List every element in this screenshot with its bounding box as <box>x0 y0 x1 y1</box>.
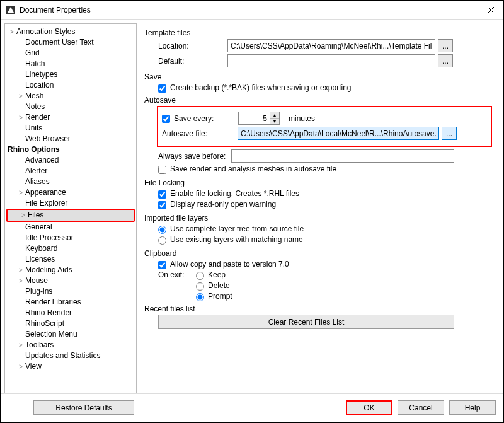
tree-label: Mesh <box>25 91 43 101</box>
category-tree[interactable]: >Annotation StylesDocument User TextGrid… <box>4 23 137 393</box>
title-bar: Document Properties <box>1 1 503 20</box>
allow-copy-label: Allow copy and paste to version 7.0 <box>170 260 289 269</box>
tree-label: General <box>25 222 52 233</box>
caret-icon: > <box>16 187 25 198</box>
caret-icon: > <box>16 340 25 351</box>
save-render-checkbox[interactable] <box>158 166 166 174</box>
tree-item-alerter[interactable]: Alerter <box>5 166 136 177</box>
minutes-label: minutes <box>289 114 315 123</box>
use-existing-radio[interactable] <box>158 236 166 245</box>
tree-item-modeling-aids[interactable]: >Modeling Aids <box>5 265 136 275</box>
keep-radio[interactable] <box>196 272 204 280</box>
caret-icon: > <box>8 26 16 37</box>
default-label: Default: <box>158 57 227 66</box>
cancel-button[interactable]: Cancel <box>398 400 444 415</box>
tree-item-appearance[interactable]: >Appearance <box>5 187 136 198</box>
app-icon <box>6 5 16 15</box>
tree-label: Files <box>28 210 43 221</box>
tree-item-licenses[interactable]: Licenses <box>5 254 136 265</box>
content-panel: Template files Location: ... Default: ..… <box>137 23 500 393</box>
delete-label: Delete <box>208 281 230 290</box>
location-browse-button[interactable]: ... <box>438 39 453 52</box>
tree-label: View <box>25 361 42 372</box>
tree-item-mouse[interactable]: >Mouse <box>5 275 136 286</box>
location-input[interactable] <box>227 39 435 52</box>
tree-item-general[interactable]: General <box>5 222 136 233</box>
save-render-label: Save render and analysis meshes in autos… <box>170 165 336 173</box>
tree-item-location[interactable]: Location <box>5 80 136 91</box>
tree-item-grid[interactable]: Grid <box>5 48 136 59</box>
tree-item-web-browser[interactable]: Web Browser <box>5 134 136 144</box>
tree-label: Units <box>25 123 42 134</box>
tree-label: Document User Text <box>25 37 94 48</box>
tree-label: Alerter <box>25 166 47 177</box>
tree-label: Toolbars <box>25 340 54 351</box>
location-label: Location: <box>158 42 227 50</box>
tree-item-toolbars[interactable]: >Toolbars <box>5 340 136 351</box>
tree-label: Linetypes <box>25 69 57 80</box>
tree-item-document-user-text[interactable]: Document User Text <box>5 37 136 48</box>
tree-item-mesh[interactable]: >Mesh <box>5 91 136 101</box>
display-warning-checkbox[interactable] <box>158 201 166 209</box>
delete-radio[interactable] <box>196 282 204 291</box>
caret-icon: > <box>16 275 25 286</box>
tree-label: Plug-ins <box>25 286 52 297</box>
tree-item-units[interactable]: Units <box>5 123 136 134</box>
tree-item-files[interactable]: >Files <box>8 210 134 221</box>
save-header: Save <box>144 72 493 81</box>
tree-label: Grid <box>25 48 40 59</box>
tree-item-render[interactable]: >Render <box>5 112 136 123</box>
tree-label: Idle Processor <box>25 233 74 243</box>
enable-locking-label: Enable file locking. Creates *.RHL files <box>170 189 299 198</box>
autosave-browse-button[interactable]: ... <box>442 127 457 140</box>
create-backup-checkbox[interactable] <box>158 84 166 93</box>
always-save-before-input[interactable] <box>231 149 454 163</box>
tree-item-updates-and-statistics[interactable]: Updates and Statistics <box>5 351 136 361</box>
autosave-file-label: Autosave file: <box>162 129 238 138</box>
default-browse-button[interactable]: ... <box>438 54 453 67</box>
tree-item-view[interactable]: >View <box>5 361 136 372</box>
tree-label: Advanced <box>25 155 59 166</box>
use-complete-radio[interactable] <box>158 226 166 234</box>
tree-item-keyboard[interactable]: Keyboard <box>5 243 136 254</box>
save-every-spinner[interactable]: ▲▼ <box>238 112 280 125</box>
close-button[interactable] <box>478 1 503 20</box>
tree-item-annotation-styles[interactable]: >Annotation Styles <box>5 26 136 37</box>
prompt-label: Prompt <box>208 292 232 301</box>
caret-icon: > <box>19 210 28 221</box>
allow-copy-checkbox[interactable] <box>158 261 166 269</box>
tree-item-selection-menu[interactable]: Selection Menu <box>5 329 136 340</box>
restore-defaults-button[interactable]: Restore Defaults <box>33 400 134 415</box>
default-input[interactable] <box>227 54 435 67</box>
tree-item-rhino-render[interactable]: Rhino Render <box>5 308 136 318</box>
tree-item-plug-ins[interactable]: Plug-ins <box>5 286 136 297</box>
help-button[interactable]: Help <box>449 400 496 415</box>
ok-button[interactable]: OK <box>346 400 392 415</box>
spin-down[interactable]: ▼ <box>270 119 279 124</box>
tree-label: Licenses <box>25 254 55 265</box>
tree-label: Appearance <box>25 187 66 198</box>
tree-item-file-explorer[interactable]: File Explorer <box>5 198 136 209</box>
save-every-label: Save every: <box>174 114 238 123</box>
tree-item-linetypes[interactable]: Linetypes <box>5 69 136 80</box>
tree-item-hatch[interactable]: Hatch <box>5 59 136 69</box>
tree-item-idle-processor[interactable]: Idle Processor <box>5 233 136 243</box>
tree-label: RhinoScript <box>25 318 64 329</box>
prompt-radio[interactable] <box>196 293 204 301</box>
tree-item-advanced[interactable]: Advanced <box>5 155 136 166</box>
spin-up[interactable]: ▲ <box>270 112 279 119</box>
tree-item-notes[interactable]: Notes <box>5 101 136 112</box>
enable-locking-checkbox[interactable] <box>158 190 166 199</box>
caret-icon: > <box>16 361 25 372</box>
autosave-file-input[interactable] <box>238 127 439 140</box>
tree-label: Selection Menu <box>25 329 77 340</box>
clear-recent-button[interactable]: Clear Recent Files List <box>158 315 454 329</box>
tree-item-rhinoscript[interactable]: RhinoScript <box>5 318 136 329</box>
save-every-value[interactable] <box>238 112 270 125</box>
tree-item-aliases[interactable]: Aliases <box>5 177 136 187</box>
tree-item-render-libraries[interactable]: Render Libraries <box>5 297 136 308</box>
tree-label: Location <box>25 80 54 91</box>
dialog-buttons: Restore Defaults OK Cancel Help <box>1 393 503 422</box>
save-every-checkbox[interactable] <box>162 115 170 123</box>
keep-label: Keep <box>208 270 226 279</box>
